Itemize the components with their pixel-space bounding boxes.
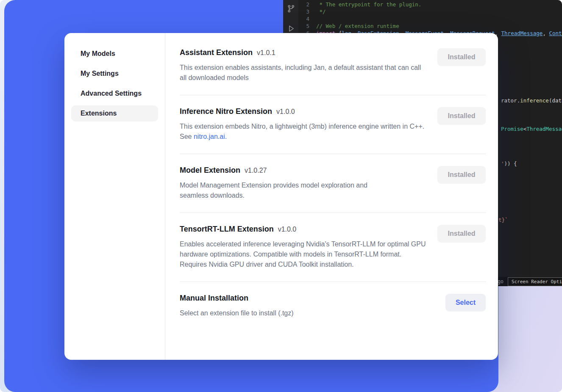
extension-header: Model Extension v1.0.27: [180, 165, 383, 175]
sidebar-item-label: My Models: [81, 50, 115, 57]
code-text: // Web / extension runtime: [316, 22, 399, 30]
sidebar-item-advanced-settings[interactable]: Advanced Settings: [71, 86, 158, 102]
extension-card-nitro: Inference Nitro Extension v1.0.0 This ex…: [180, 95, 486, 154]
installed-button[interactable]: Installed: [437, 107, 486, 124]
sidebar-item-my-models[interactable]: My Models: [71, 46, 158, 62]
code-fragment: Promise<ThreadMessage>: [501, 125, 562, 133]
extension-info: Inference Nitro Extension v1.0.0 This ex…: [180, 106, 427, 142]
screen-reader-optimized-badge[interactable]: Screen Reader Optimized: [508, 277, 562, 286]
code-text: * The entrypoint for the plugin.: [316, 1, 421, 8]
sidebar-item-extensions[interactable]: Extensions: [71, 105, 158, 121]
sidebar-item-my-settings[interactable]: My Settings: [71, 66, 158, 82]
line-number: 2: [298, 1, 316, 8]
sidebar-item-label: Extensions: [81, 110, 117, 117]
extension-info: TensortRT-LLM Extension v1.0.0 Enables a…: [180, 224, 427, 270]
extension-description: This extension embeds Nitro, a lightweig…: [180, 121, 427, 142]
extension-info: Model Extension v1.0.27 Model Management…: [180, 165, 383, 201]
code-line: 4: [298, 15, 562, 22]
extension-name: Assistant Extension: [180, 47, 253, 58]
manual-installation-title: Manual Installation: [180, 293, 248, 303]
code-line: 3 */: [298, 8, 562, 15]
line-number: 4: [298, 15, 316, 22]
installed-button[interactable]: Installed: [437, 166, 486, 183]
extension-name: Inference Nitro Extension: [180, 106, 272, 116]
installed-button[interactable]: Installed: [437, 48, 486, 66]
status-text: go: [498, 278, 504, 285]
extension-header: TensortRT-LLM Extension v1.0.0: [180, 224, 427, 234]
extension-info: Manual Installation Select an extension …: [180, 293, 294, 318]
extension-version: v1.0.1: [257, 49, 275, 57]
extension-description: This extension enables assistants, inclu…: [180, 63, 427, 83]
extension-header: Assistant Extension v1.0.1: [180, 47, 427, 58]
code-fragment: t}`: [498, 216, 508, 224]
line-number: 5: [298, 22, 316, 30]
extension-card-assistant: Assistant Extension v1.0.1 This extensio…: [180, 33, 486, 95]
sidebar-item-label: My Settings: [81, 70, 119, 77]
installed-button[interactable]: Installed: [437, 225, 486, 242]
screen: 2 * The entrypoint for the plugin. 3 */ …: [0, 0, 562, 392]
sidebar-item-label: Advanced Settings: [81, 90, 142, 97]
extension-card-tensorrt: TensortRT-LLM Extension v1.0.0 Enables a…: [180, 213, 486, 282]
code-fragment: rator.inference(data));: [501, 97, 562, 104]
source-control-icon[interactable]: [287, 4, 295, 15]
extension-info: Assistant Extension v1.0.1 This extensio…: [180, 47, 427, 83]
extension-version: v1.0.27: [245, 167, 267, 174]
manual-installation-description: Select an extension file to install (.tg…: [180, 308, 294, 318]
code-fragment: ')) {: [501, 160, 517, 167]
extension-name: TensortRT-LLM Extension: [180, 224, 274, 234]
settings-modal: My Models My Settings Advanced Settings …: [64, 33, 498, 360]
extension-description: Model Management Extension provides mode…: [180, 180, 383, 201]
extension-header: Manual Installation: [180, 293, 294, 303]
code-line: 2 * The entrypoint for the plugin.: [298, 1, 562, 8]
extension-header: Inference Nitro Extension v1.0.0: [180, 106, 427, 116]
extension-card-model: Model Extension v1.0.27 Model Management…: [180, 154, 486, 213]
code-area: 2 * The entrypoint for the plugin. 3 */ …: [298, 1, 562, 37]
code-text: */: [316, 8, 326, 15]
settings-sidebar: My Models My Settings Advanced Settings …: [64, 33, 165, 360]
line-number: 3: [298, 8, 316, 15]
manual-installation-section: Manual Installation Select an extension …: [180, 282, 486, 330]
extensions-panel: Assistant Extension v1.0.1 This extensio…: [165, 33, 498, 360]
nitro-jan-ai-link[interactable]: nitro.jan.ai.: [194, 133, 227, 140]
code-line: 5 // Web / extension runtime: [298, 22, 562, 30]
extension-description: Enables accelerated inference leveraging…: [180, 239, 427, 270]
extension-name: Model Extension: [180, 165, 240, 175]
extension-version: v1.0.0: [276, 108, 295, 116]
extension-version: v1.0.0: [278, 226, 297, 233]
select-file-button[interactable]: Select: [445, 294, 486, 311]
